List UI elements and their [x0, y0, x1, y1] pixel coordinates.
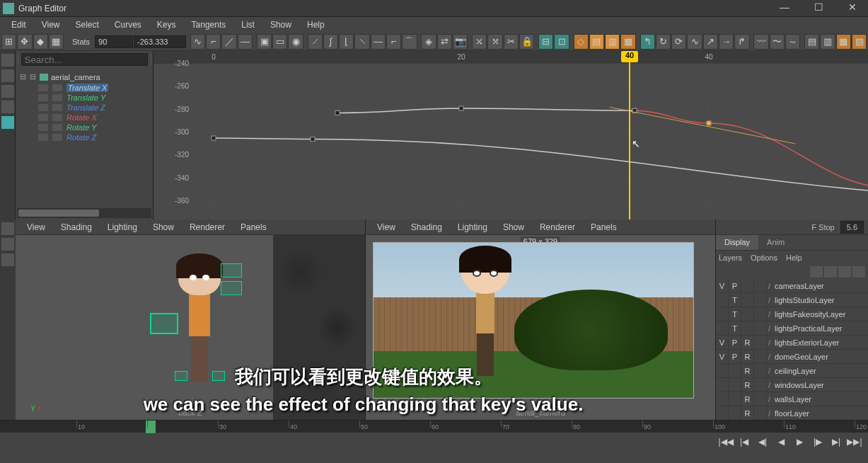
collapse-icon[interactable]: ⊟: [30, 72, 37, 81]
open-dope-sheet-icon[interactable]: ▤: [804, 34, 819, 50]
playhead-flag[interactable]: 40: [621, 51, 638, 62]
menu-keys[interactable]: Keys: [150, 18, 183, 32]
curve-smoothness-2-icon[interactable]: 〜: [770, 34, 785, 50]
post-infinity-icon[interactable]: ↱: [734, 34, 749, 50]
open-time-editor-icon[interactable]: ▧: [852, 34, 867, 50]
go-to-end-button[interactable]: ▶▶|: [847, 435, 862, 449]
layer-row[interactable]: VPR/lightsExteriorLayer: [716, 336, 868, 350]
scale-tool-icon[interactable]: [1, 116, 14, 129]
step-forward-key-button[interactable]: ▶|: [828, 435, 844, 449]
spline-tangent-icon[interactable]: ∿: [190, 34, 205, 50]
go-to-start-button[interactable]: |◀◀: [718, 435, 734, 449]
layer-playback-toggle[interactable]: T: [729, 322, 741, 335]
unify-tangent-icon[interactable]: ⤱: [487, 34, 502, 50]
auto-tangent-icon[interactable]: ⟋: [308, 34, 323, 50]
layer-row[interactable]: R/floorLayer: [716, 406, 868, 420]
linear-icon[interactable]: ⟍: [354, 34, 369, 50]
swap-buffer-icon[interactable]: ⇄: [437, 34, 452, 50]
layer-row[interactable]: T/lightsStudioLayer: [716, 293, 868, 307]
layer-vis-toggle[interactable]: [716, 294, 729, 307]
stacked-view-icon[interactable]: ▥: [605, 34, 620, 50]
vp-menu-show[interactable]: Show: [146, 220, 181, 234]
layer-icon-1[interactable]: [810, 266, 823, 278]
minimize-button[interactable]: —: [772, 1, 797, 16]
vp-menu-shading[interactable]: Shading: [54, 220, 99, 234]
layer-color-swatch[interactable]: [754, 322, 767, 335]
time-snap-icon[interactable]: ⊟: [538, 34, 553, 50]
layer-ref-toggle[interactable]: R: [741, 393, 754, 406]
layer-icon-3[interactable]: [838, 266, 851, 278]
cycle-icon[interactable]: ↻: [656, 34, 671, 50]
layer-vis-toggle[interactable]: [716, 308, 729, 321]
attr-row[interactable]: Rotate X: [18, 113, 150, 122]
solo-icon[interactable]: [52, 124, 62, 131]
tab-display[interactable]: Display: [716, 235, 758, 250]
stats-frame-input[interactable]: [95, 35, 133, 48]
rig-control-1[interactable]: [221, 263, 242, 278]
layer-playback-toggle[interactable]: [729, 365, 741, 377]
layer-color-swatch[interactable]: [754, 407, 767, 420]
layers-menu-options[interactable]: Options: [751, 253, 777, 262]
tool-lattice-icon[interactable]: ▦: [49, 34, 64, 50]
flat-tangent-icon[interactable]: —: [238, 34, 253, 50]
open-camera-seq-icon[interactable]: ▦: [836, 34, 851, 50]
move-tool-icon[interactable]: [1, 85, 14, 98]
layer-icon-2[interactable]: [824, 266, 837, 278]
plateau-icon[interactable]: ⌒: [402, 34, 417, 50]
menu-show[interactable]: Show: [263, 18, 299, 32]
step-back-key-button[interactable]: |◀: [736, 435, 752, 449]
tool-move-icon[interactable]: ✥: [17, 34, 32, 50]
vp-tool-2-icon[interactable]: [1, 238, 14, 251]
constant-pre-icon[interactable]: →: [719, 34, 734, 50]
layer-playback-toggle[interactable]: [729, 407, 741, 420]
menu-select[interactable]: Select: [68, 18, 105, 32]
layer-playback-toggle[interactable]: P: [729, 336, 741, 349]
vp-tool-1-icon[interactable]: [1, 222, 14, 235]
stats-value-input[interactable]: [134, 35, 186, 48]
viewport-left-view[interactable]: y x back Z: [16, 235, 365, 420]
attr-row[interactable]: Rotate Z: [18, 132, 150, 142]
vp-menu-panels[interactable]: Panels: [233, 220, 274, 234]
attr-row[interactable]: Translate X: [18, 83, 150, 93]
layer-row[interactable]: R/windowsLayer: [716, 378, 868, 392]
layer-playback-toggle[interactable]: [729, 393, 741, 406]
flat-icon[interactable]: ―: [371, 34, 386, 50]
mute-icon[interactable]: [38, 84, 48, 91]
layer-ref-toggle[interactable]: R: [741, 365, 754, 377]
rig-control-2[interactable]: [221, 281, 242, 295]
mute-icon[interactable]: [38, 124, 48, 131]
play-back-button[interactable]: ◀: [773, 435, 789, 449]
layer-playback-toggle[interactable]: [729, 379, 741, 391]
solo-icon[interactable]: [52, 94, 62, 101]
menu-edit[interactable]: Edit: [4, 18, 33, 32]
layer-row[interactable]: R/ceilingLayer: [716, 364, 868, 378]
step-back-button[interactable]: ◀|: [755, 435, 770, 449]
layer-ref-toggle[interactable]: R: [741, 407, 754, 420]
layer-vis-toggle[interactable]: V: [716, 336, 729, 349]
mute-icon[interactable]: [38, 94, 48, 101]
solo-icon[interactable]: [52, 134, 62, 141]
vp-menu-panels[interactable]: Panels: [584, 220, 624, 234]
oscillate-icon[interactable]: ∿: [687, 34, 702, 50]
layer-vis-toggle[interactable]: [716, 322, 729, 335]
step-icon[interactable]: ⌐: [386, 34, 401, 50]
absolute-view-icon[interactable]: ▤: [589, 34, 604, 50]
layers-menu-layers[interactable]: Layers: [719, 253, 742, 262]
normalized-view-icon[interactable]: ▦: [620, 34, 635, 50]
maximize-button[interactable]: ☐: [806, 1, 831, 16]
lasso-tool-icon[interactable]: [1, 69, 14, 82]
solo-icon[interactable]: [52, 104, 62, 111]
layer-row[interactable]: T/lightsFakeosityLayer: [716, 307, 868, 321]
layer-color-swatch[interactable]: [754, 365, 767, 377]
layers-menu-help[interactable]: Help: [786, 253, 802, 262]
solo-icon[interactable]: [52, 84, 62, 91]
buffer-curve-icon[interactable]: ◈: [421, 34, 436, 50]
layer-playback-toggle[interactable]: P: [729, 280, 741, 292]
frame-playback-icon[interactable]: ▭: [272, 34, 287, 50]
vp-menu-lighting[interactable]: Lighting: [100, 220, 144, 234]
layer-color-swatch[interactable]: [754, 336, 767, 349]
layer-row[interactable]: VPR/domeGeoLayer: [716, 350, 868, 364]
layer-row[interactable]: T/lightsPracticalLayer: [716, 321, 868, 336]
select-tool-icon[interactable]: [1, 54, 14, 67]
lock-tangent-icon[interactable]: 🔒: [519, 34, 534, 50]
